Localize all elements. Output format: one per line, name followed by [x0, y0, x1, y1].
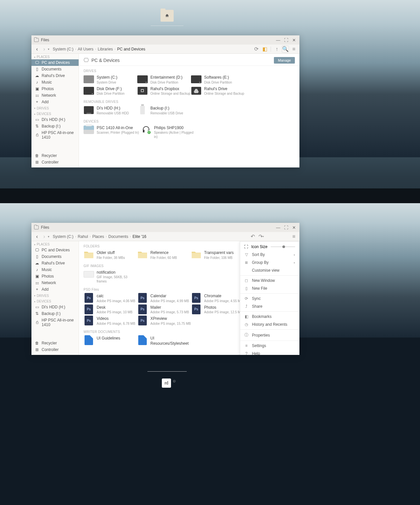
desktop-home-folder[interactable]	[161, 10, 174, 22]
removable-item[interactable]: Di's HDD (H:)Removable USB HDD	[84, 105, 137, 116]
sidebar-section-places[interactable]: ▴PLACES	[31, 241, 79, 247]
device-item[interactable]: PSC 1410 All-in-OneScanner, Printer (Plu…	[84, 125, 141, 140]
sidebar-item-hdd[interactable]: ▭Di's HDD (H:)	[31, 116, 79, 123]
back-button[interactable]: ‹	[33, 233, 41, 240]
menu-new-window[interactable]: ◻New Window	[240, 277, 299, 284]
sidebar-section-devices[interactable]: ▴DEVICES	[31, 111, 79, 116]
menu-help[interactable]: ?Help	[240, 350, 299, 355]
sidebar-item-pc-devices[interactable]: 🖵PC and Devices	[31, 247, 79, 253]
menu-icon-size[interactable]: ⛶Icon Size	[240, 243, 299, 251]
device-item[interactable]: ✓Philips SHP1900Speakers (Active | Plugg…	[141, 125, 195, 140]
sidebar-item-network[interactable]: ⚏Network	[31, 280, 79, 286]
file-item[interactable]: PsVideosAdobe PS image, 6.78 MB	[84, 315, 137, 327]
close-button[interactable]: ✕	[291, 37, 297, 43]
redo-icon[interactable]: ↷▾	[258, 233, 265, 240]
sidebar-item-documents[interactable]: ▯Documents	[31, 253, 79, 260]
drive-item[interactable]: System (C:)System Drive	[84, 74, 137, 86]
forward-button[interactable]: ›	[41, 46, 48, 53]
drive-item[interactable]: ⛋Rahul's DropboxOnline Storage and Backu…	[137, 86, 191, 97]
menu-bookmarks[interactable]: ◧Bookmarks	[240, 313, 299, 320]
file-item[interactable]: PsDeskAdobe PS image, 10 MB	[84, 304, 137, 316]
drive-item[interactable]: Entertainment (D:)Disk Drive Partition	[137, 74, 191, 86]
file-item[interactable]: UI Resources/Stylesheet	[137, 335, 191, 347]
sidebar-section-drives[interactable]: ▾DRIVES	[31, 105, 79, 111]
breadcrumb[interactable]: Libraries	[96, 47, 114, 51]
file-item[interactable]: PsCalendarAdobe PS image, 4.99 MB	[137, 293, 191, 304]
sidebar-section-devices[interactable]: ▴DEVICES	[31, 298, 79, 304]
folder-item[interactable]: Transparent varsFile Folder, 106 MB	[191, 249, 245, 261]
sidebar-item-music[interactable]: ♪Music	[31, 266, 79, 273]
breadcrumb[interactable]: Places	[91, 234, 105, 239]
breadcrumb-current[interactable]: Elite '16	[131, 234, 147, 239]
sidebar-item-hdd[interactable]: ▭Di's HDD (H:)	[31, 304, 79, 310]
menu-settings[interactable]: ≡Settings	[240, 342, 299, 350]
folder-item[interactable]: ReferenceFile Folder, 60 MB	[137, 249, 191, 261]
maximize-button[interactable]: ⛶	[283, 37, 289, 43]
menu-icon[interactable]: ≡	[290, 233, 297, 240]
sidebar-section-places[interactable]: ▴PLACES	[31, 54, 79, 59]
history-dropdown[interactable]: ▾	[48, 48, 49, 51]
folder-item[interactable]: Older stuffFile Folder, 38 MBs	[84, 249, 137, 261]
minimize-button[interactable]: —	[275, 37, 281, 43]
music-icon: ♪	[35, 80, 39, 85]
menu-sort-by[interactable]: ▽Sort By▸	[240, 251, 299, 259]
file-item[interactable]: PsPhotosAdobe PS image, 12.5 MB	[191, 304, 245, 316]
sidebar-item-drive[interactable]: ☁Rahul's Drive	[31, 72, 79, 79]
sidebar-item-add[interactable]: +Add	[31, 286, 79, 293]
search-icon[interactable]: 🔍	[282, 46, 289, 53]
breadcrumb-current[interactable]: PC and Devices	[116, 47, 146, 51]
sidebar-item-backup[interactable]: ⇅Backup (I:)	[31, 310, 79, 317]
sidebar-item-documents[interactable]: ▯Documents	[31, 66, 79, 72]
bookmark-icon[interactable]: ◧	[261, 46, 268, 53]
sidebar-item-recycler[interactable]: 🗑Recycler	[31, 152, 79, 159]
history-dropdown[interactable]: ▾	[48, 235, 49, 238]
breadcrumb[interactable]: All Users	[76, 47, 95, 51]
menu-customise[interactable]: Customise view	[240, 266, 299, 274]
sidebar-item-photos[interactable]: ▣Photos	[31, 86, 79, 92]
breadcrumb[interactable]: Rahul	[76, 234, 89, 239]
sidebar-item-printer[interactable]: ⎙HP PSC All-in-one 1410	[31, 317, 79, 328]
drive-item[interactable]: Softwares (E:)Disk Drive Partition	[191, 74, 245, 86]
file-item[interactable]: UI Guidelines	[84, 335, 137, 347]
sidebar-section-drives[interactable]: ▾DRIVES	[31, 293, 79, 298]
breadcrumb[interactable]: Documents	[107, 234, 130, 239]
file-item[interactable]: PscalcAdobe PS image, 4.06 MB	[84, 293, 137, 304]
menu-share[interactable]: ⤴Share	[240, 302, 299, 310]
sidebar-item-controller[interactable]: ⊞Controller	[31, 346, 79, 353]
menu-sync[interactable]: ⟳Sync	[240, 295, 299, 302]
manage-button[interactable]: Manage	[274, 57, 295, 64]
menu-properties[interactable]: ⓘProperties	[240, 331, 299, 340]
back-button[interactable]: ‹	[33, 46, 41, 53]
minimize-button[interactable]: —	[275, 224, 281, 230]
file-item[interactable]: PsChromateAdobe PS image, 4.55 MB	[191, 293, 245, 304]
breadcrumb[interactable]: System (C:)	[51, 47, 75, 51]
sidebar-item-pc-devices[interactable]: 🖵PC and Devices	[31, 59, 79, 66]
sidebar-item-recycler[interactable]: 🗑Recycler	[31, 340, 79, 346]
size-slider[interactable]	[271, 246, 295, 247]
menu-new-file[interactable]: ▯New File	[240, 284, 299, 292]
removable-item[interactable]: Backup (I:)Removable USB Drive	[137, 105, 191, 116]
close-button[interactable]: ✕	[291, 224, 297, 230]
forward-button[interactable]: ›	[41, 233, 48, 240]
file-item[interactable]: PsXPreviewAdobe PS image, 15.75 MB	[137, 315, 191, 327]
sidebar-item-backup[interactable]: ⇅Backup (I:)	[31, 123, 79, 129]
breadcrumb[interactable]: System (C:)	[51, 234, 75, 239]
sidebar-item-controller[interactable]: ⊞Controller	[31, 159, 79, 165]
sidebar-item-music[interactable]: ♪Music	[31, 79, 79, 86]
sidebar-item-drive[interactable]: ☁Rahul's Drive	[31, 260, 79, 266]
sidebar-item-add[interactable]: +Add	[31, 99, 79, 105]
menu-icon[interactable]: ≡	[290, 46, 297, 53]
sidebar-item-photos[interactable]: ▣Photos	[31, 273, 79, 280]
refresh-icon[interactable]: ⟳	[253, 46, 260, 53]
menu-history[interactable]: ◷History and Recents	[240, 320, 299, 328]
menu-group-by[interactable]: ≣Group By▸	[240, 259, 299, 266]
drive-item[interactable]: Rahul's DriveOnline Storage and Backup	[191, 86, 245, 97]
undo-icon[interactable]: ↶	[249, 233, 256, 240]
sidebar-item-network[interactable]: ⚏Network	[31, 92, 79, 99]
up-icon[interactable]: ↑	[273, 46, 280, 53]
sidebar-item-printer[interactable]: ⎙HP PSC All-in-one 1410	[31, 129, 79, 141]
drive-item[interactable]: Disk Drive (F:)Disk Drive Partition	[84, 86, 137, 97]
maximize-button[interactable]: ⛶	[283, 224, 289, 230]
file-item[interactable]: PsMailerAdobe PS image, 5.73 MB	[137, 304, 191, 316]
file-item[interactable]: notificationGIF Image, 56KB, 53 frames	[84, 269, 137, 285]
